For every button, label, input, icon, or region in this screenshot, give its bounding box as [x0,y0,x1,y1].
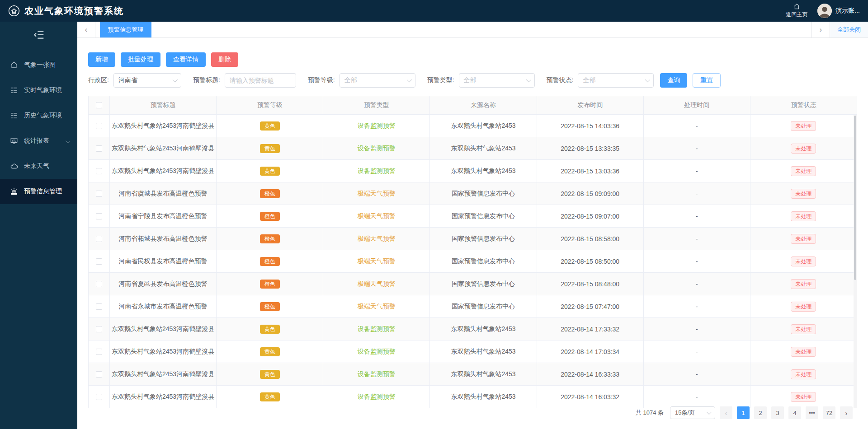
avatar [817,4,832,18]
cell-publish-time: 2022-08-14 17:03:34 [537,340,643,363]
warning-type-text: 设备监测预警 [358,370,396,378]
next-page-button[interactable]: › [840,406,853,419]
cell-warning-title: 河南省柘城县发布高温橙色预警 [109,228,216,250]
cell-publish-time: 2022-08-14 17:33:32 [537,318,643,340]
warning-type-text: 极端天气预警 [358,257,396,266]
page-button-72[interactable]: 72 [823,406,835,419]
add-button[interactable]: 新增 [88,52,115,67]
row-checkbox[interactable] [96,168,102,174]
cell-warning-title: 东双鹅头村气象站2453河南鹤壁浚县 [109,137,216,159]
table-scrollbar-thumb[interactable] [854,116,856,280]
warning-type-text: 设备监测预警 [358,145,396,153]
cell-publish-time: 2022-08-15 08:48:00 [537,273,643,295]
sidebar-collapse-button[interactable] [33,29,45,41]
row-checkbox[interactable] [96,191,102,197]
warning-type-text: 设备监测预警 [358,325,396,333]
warning-type-text: 设备监测预警 [358,167,396,175]
row-checkbox[interactable] [96,213,102,219]
tabs-scroll-left-button[interactable]: ‹ [77,22,95,37]
sidebar: 气象一张图 实时气象环境 历史气象环境 统计报表 [0,22,77,429]
sidebar-item-realtime-env[interactable]: 实时气象环境 [0,78,77,103]
back-home-button[interactable]: 返回主页 [786,3,807,19]
level-badge: 橙色 [260,212,280,221]
cell-warning-type: 设备监测预警 [323,160,429,182]
delete-button[interactable]: 删除 [211,52,238,67]
reset-button[interactable]: 重置 [693,73,721,88]
close-all-tabs-button[interactable]: 全部关闭 [830,22,868,37]
sidebar-item-label: 未来天气 [24,162,49,170]
row-checkbox[interactable] [96,349,102,355]
row-checkbox[interactable] [96,281,102,287]
header-checkbox-cell [89,96,109,114]
status-badge: 未处理 [791,211,816,221]
cell-warning-status: 未处理 [750,386,857,408]
sidebar-item-warning-info[interactable]: 预警信息管理 [0,179,77,204]
table-row: 东双鹅头村气象站2453河南鹤壁浚县黄色设备监测预警东双鹅头村气象站245320… [89,386,857,408]
row-checkbox[interactable] [96,236,102,242]
cell-publish-time: 2022-08-15 08:58:00 [537,228,643,250]
row-checkbox[interactable] [96,394,102,400]
sidebar-item-label: 预警信息管理 [24,187,62,196]
cell-warning-status: 未处理 [750,273,857,295]
page-button-4[interactable]: 4 [788,406,801,419]
warning-type-text: 极端天气预警 [358,212,396,220]
status-badge: 未处理 [791,234,816,244]
page-button-1[interactable]: 1 [737,406,750,419]
back-home-label: 返回主页 [786,11,807,19]
view-detail-button[interactable]: 查看详情 [166,52,206,67]
row-checkbox[interactable] [96,258,102,265]
status-badge: 未处理 [791,279,816,289]
status-badge: 未处理 [791,369,816,379]
row-checkbox[interactable] [96,303,102,310]
tab-warning-info[interactable]: 预警信息管理 [100,22,151,37]
chevron-down-icon [66,139,70,143]
sidebar-item-future-weather[interactable]: 未来天气 [0,154,77,179]
page-button-2[interactable]: 2 [754,406,767,419]
row-checkbox[interactable] [96,371,102,378]
row-checkbox[interactable] [96,326,102,332]
prev-page-button[interactable]: ‹ [720,406,732,419]
sidebar-item-label: 统计报表 [24,137,49,145]
cell-warning-title: 东双鹅头村气象站2453河南鹤壁浚县 [109,160,216,182]
page-size-value: 15条/页 [675,409,707,417]
sidebar-item-history-env[interactable]: 历史气象环境 [0,103,77,128]
cell-warning-status: 未处理 [750,115,857,137]
status-badge: 未处理 [791,166,816,176]
row-checkbox-cell [89,137,109,159]
region-select[interactable]: 河南省 [113,73,181,88]
column-header: 来源名称 [429,96,536,114]
level-badge: 橙色 [260,302,280,311]
row-checkbox[interactable] [96,145,102,152]
column-header: 预警标题 [109,96,216,114]
warning-title-input[interactable] [225,73,296,88]
warning-status-select[interactable]: 全部 [578,73,654,88]
cell-warning-level: 黄色 [216,160,323,182]
account-menu[interactable]: 演示账... [817,4,860,18]
sidebar-item-reports[interactable]: 统计报表 [0,128,77,154]
page-size-select[interactable]: 15条/页 [670,406,715,419]
cell-publish-time: 2022-08-15 07:47:00 [537,295,643,317]
cell-warning-status: 未处理 [750,137,857,159]
tabs-scroll-right-button[interactable]: › [811,22,830,37]
cell-warning-level: 黄色 [216,340,323,363]
cell-warning-title: 河南省永城市发布高温橙色预警 [109,295,216,317]
page-button-3[interactable]: 3 [771,406,784,419]
status-badge: 未处理 [791,347,816,357]
warning-type-select[interactable]: 全部 [459,73,535,88]
cell-warning-type: 极端天气预警 [323,228,429,250]
row-checkbox[interactable] [96,123,102,129]
cell-source-name: 国家预警信息发布中心 [429,273,536,295]
select-all-checkbox[interactable] [96,102,102,108]
column-header: 发布时间 [537,96,643,114]
cell-source-name: 东双鹅头村气象站2453 [429,137,536,159]
batch-process-button[interactable]: 批量处理 [121,52,160,67]
sidebar-item-weather-map[interactable]: 气象一张图 [0,52,77,78]
level-badge: 黄色 [260,167,280,176]
cell-source-name: 东双鹅头村气象站2453 [429,340,536,363]
page-button-•••[interactable]: ••• [806,406,818,419]
list-icon [10,112,18,120]
warning-level-select[interactable]: 全部 [340,73,415,88]
search-button[interactable]: 查询 [660,73,687,88]
cell-warning-type: 设备监测预警 [323,386,429,408]
brand: 农业气象环境预警系统 [8,5,124,17]
